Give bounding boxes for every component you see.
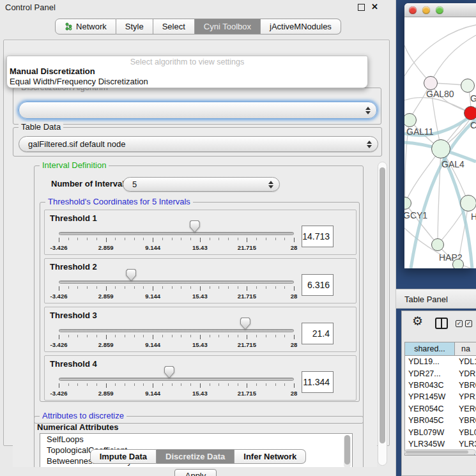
threshold-slider[interactable]: -3.4262.8599.14415.4321.71528 — [58, 277, 295, 302]
attribute-list-item[interactable]: SelfLoops — [40, 434, 352, 445]
table-cell[interactable]: YDL1 — [455, 357, 476, 366]
threshold-value-field[interactable]: 14.713 — [302, 226, 334, 247]
scrollbar-thumb[interactable] — [380, 167, 385, 443]
gear-icon[interactable]: ⚙ — [412, 315, 423, 327]
threshold-card: Threshold 2 -3.4262.8599.14415.4321.7152… — [44, 258, 357, 303]
column-header[interactable]: shared... — [405, 342, 455, 356]
zoom-traffic-light-icon[interactable] — [436, 6, 443, 14]
checkbox-icon[interactable]: ✓ — [465, 320, 472, 327]
table-cell[interactable]: YDR27... — [405, 369, 455, 378]
table-row[interactable]: YBL079WYBL0 — [405, 426, 476, 438]
table-cell[interactable]: YLR345W — [405, 440, 455, 449]
threshold-value-field[interactable]: 11.344 — [302, 371, 334, 393]
checkbox-icon[interactable]: ✓ — [456, 320, 463, 327]
table-panel-titlebar: Table Panel — [396, 289, 476, 309]
column-header-label: shared... — [414, 344, 445, 353]
threshold-slider[interactable]: -3.4262.8599.14415.4321.71528 — [58, 374, 295, 399]
slider-track[interactable] — [59, 280, 294, 284]
table-cell[interactable]: YPR1 — [455, 392, 476, 401]
network-node[interactable] — [452, 259, 464, 268]
group-title: Interval Definition — [40, 160, 109, 170]
threshold-slider[interactable]: -3.4262.8599.14415.4321.71528 — [58, 228, 295, 254]
network-node-g[interactable] — [461, 79, 475, 93]
table-cell[interactable]: YBR045C — [405, 416, 455, 425]
table-cell[interactable]: YER0 — [455, 404, 476, 413]
table-cell[interactable]: YBR043C — [405, 381, 455, 390]
slider-track[interactable] — [59, 329, 294, 332]
threshold-card: Threshold 4 -3.4262.8599.14415.4321.7152… — [44, 355, 357, 401]
table-header-row: shared...na — [405, 342, 476, 356]
network-window-titlebar[interactable] — [404, 3, 476, 17]
slider-track[interactable] — [59, 378, 294, 381]
table-row[interactable]: YDL19...YDL1 — [405, 356, 476, 367]
threshold-value-field[interactable]: 21.4 — [302, 323, 334, 344]
threshold-slider[interactable]: -3.4262.8599.14415.4321.71528 — [58, 325, 295, 351]
tab-style[interactable]: Style — [116, 19, 153, 35]
scrollbar-thumb[interactable] — [406, 450, 468, 454]
table-data-group: Table Data galFiltered.sif default node — [13, 127, 382, 157]
tick-label: 9.144 — [145, 293, 160, 300]
tab-cyni-toolbox[interactable]: Cyni Toolbox — [195, 19, 261, 35]
algorithm-combo[interactable] — [19, 102, 377, 119]
table-cell[interactable]: YBR0 — [455, 381, 476, 390]
network-node-gal4[interactable] — [431, 139, 450, 158]
tab-network[interactable]: Network — [55, 19, 116, 35]
table-cell[interactable]: YPR145W — [405, 392, 455, 401]
table-cell[interactable]: YER054C — [405, 404, 455, 413]
slider-track[interactable] — [59, 232, 294, 235]
close-traffic-light-icon[interactable] — [409, 6, 417, 14]
table-data-combo-value: galFiltered.sif default node — [28, 139, 125, 149]
minimize-traffic-light-icon[interactable] — [422, 6, 430, 14]
vertical-scrollbar[interactable] — [378, 162, 387, 466]
table-row[interactable]: YLR345WYLR3 — [405, 438, 476, 450]
tick-label: 9.144 — [145, 341, 160, 348]
network-node-c[interactable] — [464, 106, 476, 120]
table-cell[interactable]: YDL19... — [405, 357, 455, 366]
table-row[interactable]: YPR145WYPR1 — [405, 391, 476, 403]
slider-thumb[interactable] — [190, 220, 200, 233]
close-icon[interactable]: ✕ — [371, 2, 378, 12]
node-label: GAL4 — [441, 159, 464, 169]
control-panel: Control Panel ✕ NetworkStyleSelectCyni T… — [0, 0, 396, 476]
table-cell[interactable]: YBR0 — [455, 416, 476, 425]
thresholds-group: Threshold's Coordinates for 5 Intervals … — [40, 202, 360, 402]
table-data-combo[interactable]: galFiltered.sif default node — [19, 136, 378, 152]
table-cell[interactable]: YLR3 — [455, 440, 476, 449]
table-row[interactable]: YER054CYER0 — [405, 403, 476, 415]
table-cell[interactable]: YBL079W — [405, 428, 455, 437]
table-cell[interactable]: YDR2 — [455, 369, 476, 378]
column-layout-icon[interactable] — [435, 318, 448, 329]
tab-label: Style — [125, 22, 144, 31]
discretization-algorithm-group: Discretization Algorithm — [13, 88, 381, 125]
table-row[interactable]: YDR27...YDR2 — [405, 367, 476, 379]
table-cell[interactable]: YBL0 — [455, 428, 476, 437]
slider-tick-labels: -3.4262.8599.14415.4321.71528 — [59, 390, 294, 397]
algorithm-option[interactable]: Equal Width/Frequency Discretization — [10, 77, 148, 86]
tick-label: 9.144 — [145, 244, 160, 251]
threshold-card: Threshold 3 -3.4262.8599.14415.4321.7152… — [44, 307, 357, 352]
horizontal-scrollbar[interactable] — [404, 449, 476, 455]
column-header[interactable]: na — [455, 342, 476, 356]
slider-thumb[interactable] — [164, 366, 174, 378]
number-of-intervals-combo[interactable]: 5 — [123, 177, 280, 192]
network-node-gal80[interactable] — [424, 76, 438, 90]
float-window-icon[interactable] — [358, 4, 365, 11]
slider-thumb[interactable] — [126, 269, 136, 281]
column-header-label: na — [461, 344, 470, 353]
algorithm-option[interactable]: Manual Discretization — [10, 66, 95, 76]
tab-impute-data[interactable]: Impute Data — [90, 449, 157, 464]
network-node-hap2[interactable] — [431, 238, 444, 251]
network-node-h[interactable] — [460, 195, 476, 211]
table-row[interactable]: YBR043CYBR0 — [405, 380, 476, 391]
table-row[interactable]: YBR045CYBR0 — [405, 415, 476, 426]
tab-infer-network[interactable]: Infer Network — [234, 449, 306, 464]
network-canvas[interactable]: GAL80GCGAL11GAL4GCY1HHAP2 — [404, 17, 476, 268]
tab-jactivemnodules[interactable]: jActiveMNodules — [261, 19, 341, 35]
slider-thumb[interactable] — [240, 318, 250, 330]
table-body: YDL19...YDL1YDR27...YDR2YBR043CYBR0YPR14… — [405, 356, 476, 456]
apply-button[interactable]: Apply — [174, 469, 217, 476]
threshold-value-field[interactable]: 6.316 — [302, 274, 334, 296]
tab-discretize-data[interactable]: Discretize Data — [157, 449, 234, 464]
combo-stepper-icon — [268, 181, 273, 188]
tab-select[interactable]: Select — [153, 19, 195, 35]
